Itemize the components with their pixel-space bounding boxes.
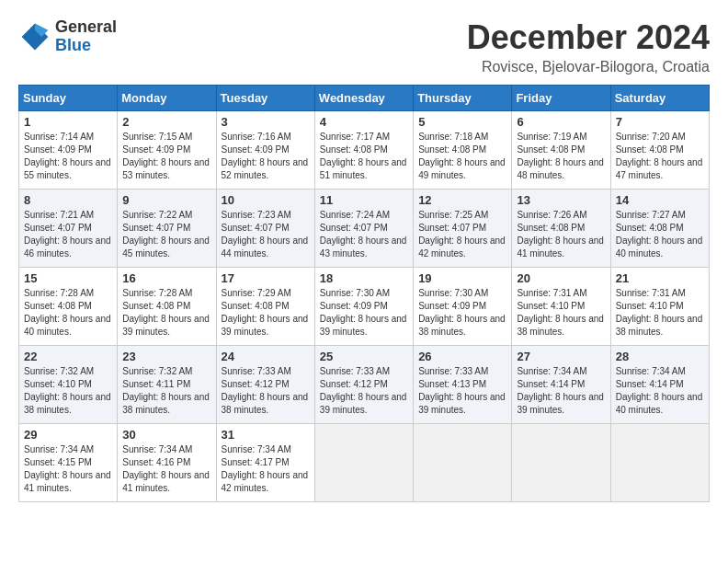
day-number: 3 (222, 115, 310, 129)
calendar-day-4: 4Sunrise: 7:17 AMSunset: 4:08 PMDaylight… (314, 111, 413, 190)
day-info: Sunrise: 7:28 AMSunset: 4:08 PMDaylight:… (122, 287, 210, 339)
calendar-header-row: SundayMondayTuesdayWednesdayThursdayFrid… (19, 86, 710, 111)
empty-cell (512, 424, 610, 502)
day-number: 6 (517, 115, 605, 129)
logo-text: General Blue (55, 18, 117, 55)
day-header-wednesday: Wednesday (314, 86, 413, 111)
location: Rovisce, Bjelovar-Bilogora, Croatia (467, 59, 710, 75)
empty-cell (414, 424, 512, 502)
calendar-day-26: 26Sunrise: 7:33 AMSunset: 4:13 PMDayligh… (414, 346, 512, 424)
day-info: Sunrise: 7:26 AMSunset: 4:08 PMDaylight:… (517, 209, 605, 260)
day-info: Sunrise: 7:21 AMSunset: 4:07 PMDaylight:… (24, 209, 112, 260)
calendar-day-12: 12Sunrise: 7:25 AMSunset: 4:07 PMDayligh… (414, 190, 512, 268)
day-header-tuesday: Tuesday (216, 86, 314, 111)
day-info: Sunrise: 7:30 AMSunset: 4:09 PMDaylight:… (418, 287, 506, 339)
day-number: 17 (222, 271, 310, 285)
logo-general-text: General (55, 18, 117, 37)
day-number: 1 (24, 115, 112, 129)
day-info: Sunrise: 7:18 AMSunset: 4:08 PMDaylight:… (418, 131, 506, 182)
calendar-day-24: 24Sunrise: 7:33 AMSunset: 4:12 PMDayligh… (216, 346, 314, 424)
day-info: Sunrise: 7:34 AMSunset: 4:14 PMDaylight:… (616, 365, 704, 417)
day-number: 5 (418, 115, 506, 129)
calendar-day-23: 23Sunrise: 7:32 AMSunset: 4:11 PMDayligh… (118, 346, 216, 424)
page-header: General Blue December 2024 Rovisce, Bjel… (18, 18, 710, 75)
calendar-day-9: 9Sunrise: 7:22 AMSunset: 4:07 PMDaylight… (118, 190, 216, 268)
day-info: Sunrise: 7:33 AMSunset: 4:13 PMDaylight:… (418, 365, 506, 417)
calendar-day-3: 3Sunrise: 7:16 AMSunset: 4:09 PMDaylight… (216, 111, 314, 190)
day-info: Sunrise: 7:14 AMSunset: 4:09 PMDaylight:… (24, 131, 112, 182)
calendar-week-3: 15Sunrise: 7:28 AMSunset: 4:08 PMDayligh… (19, 268, 710, 346)
calendar-week-2: 8Sunrise: 7:21 AMSunset: 4:07 PMDaylight… (19, 190, 710, 268)
day-number: 16 (122, 271, 210, 285)
day-info: Sunrise: 7:28 AMSunset: 4:08 PMDaylight:… (24, 287, 112, 339)
day-header-saturday: Saturday (610, 86, 709, 111)
calendar-day-6: 6Sunrise: 7:19 AMSunset: 4:08 PMDaylight… (512, 111, 610, 190)
day-info: Sunrise: 7:24 AMSunset: 4:07 PMDaylight:… (320, 209, 408, 260)
day-number: 11 (320, 193, 408, 207)
empty-cell (314, 424, 413, 502)
calendar-day-13: 13Sunrise: 7:26 AMSunset: 4:08 PMDayligh… (512, 190, 610, 268)
day-number: 28 (616, 350, 704, 363)
day-info: Sunrise: 7:22 AMSunset: 4:07 PMDaylight:… (122, 209, 210, 260)
day-number: 2 (122, 115, 210, 129)
day-info: Sunrise: 7:15 AMSunset: 4:09 PMDaylight:… (122, 131, 210, 182)
day-number: 25 (320, 350, 408, 363)
calendar-day-28: 28Sunrise: 7:34 AMSunset: 4:14 PMDayligh… (610, 346, 709, 424)
day-number: 26 (418, 350, 506, 363)
calendar-day-1: 1Sunrise: 7:14 AMSunset: 4:09 PMDaylight… (19, 111, 118, 190)
calendar-day-14: 14Sunrise: 7:27 AMSunset: 4:08 PMDayligh… (610, 190, 709, 268)
calendar-day-20: 20Sunrise: 7:31 AMSunset: 4:10 PMDayligh… (512, 268, 610, 346)
title-area: December 2024 Rovisce, Bjelovar-Bilogora… (467, 18, 710, 75)
calendar-day-15: 15Sunrise: 7:28 AMSunset: 4:08 PMDayligh… (19, 268, 118, 346)
day-header-thursday: Thursday (414, 86, 512, 111)
day-number: 4 (320, 115, 408, 129)
day-info: Sunrise: 7:17 AMSunset: 4:08 PMDaylight:… (320, 131, 408, 182)
day-number: 22 (24, 350, 112, 363)
day-info: Sunrise: 7:27 AMSunset: 4:08 PMDaylight:… (616, 209, 704, 260)
day-info: Sunrise: 7:16 AMSunset: 4:09 PMDaylight:… (222, 131, 310, 182)
calendar-day-30: 30Sunrise: 7:34 AMSunset: 4:16 PMDayligh… (118, 424, 216, 502)
calendar-day-29: 29Sunrise: 7:34 AMSunset: 4:15 PMDayligh… (19, 424, 118, 502)
calendar-day-16: 16Sunrise: 7:28 AMSunset: 4:08 PMDayligh… (118, 268, 216, 346)
logo: General Blue (18, 18, 117, 55)
day-info: Sunrise: 7:19 AMSunset: 4:08 PMDaylight:… (517, 131, 605, 182)
calendar-day-19: 19Sunrise: 7:30 AMSunset: 4:09 PMDayligh… (414, 268, 512, 346)
calendar-day-7: 7Sunrise: 7:20 AMSunset: 4:08 PMDaylight… (610, 111, 709, 190)
day-number: 8 (24, 193, 112, 207)
day-info: Sunrise: 7:31 AMSunset: 4:10 PMDaylight:… (616, 287, 704, 339)
day-info: Sunrise: 7:33 AMSunset: 4:12 PMDaylight:… (222, 365, 310, 417)
calendar-day-11: 11Sunrise: 7:24 AMSunset: 4:07 PMDayligh… (314, 190, 413, 268)
day-number: 9 (122, 193, 210, 207)
calendar-day-5: 5Sunrise: 7:18 AMSunset: 4:08 PMDaylight… (414, 111, 512, 190)
day-number: 30 (122, 428, 210, 442)
day-info: Sunrise: 7:34 AMSunset: 4:17 PMDaylight:… (222, 443, 310, 495)
day-info: Sunrise: 7:32 AMSunset: 4:10 PMDaylight:… (24, 365, 112, 417)
day-number: 24 (222, 350, 310, 363)
calendar-day-21: 21Sunrise: 7:31 AMSunset: 4:10 PMDayligh… (610, 268, 709, 346)
day-number: 31 (222, 428, 310, 442)
day-number: 14 (616, 193, 704, 207)
calendar-day-2: 2Sunrise: 7:15 AMSunset: 4:09 PMDaylight… (118, 111, 216, 190)
day-info: Sunrise: 7:33 AMSunset: 4:12 PMDaylight:… (320, 365, 408, 417)
calendar-day-8: 8Sunrise: 7:21 AMSunset: 4:07 PMDaylight… (19, 190, 118, 268)
day-number: 27 (517, 350, 605, 363)
month-title: December 2024 (467, 18, 710, 57)
day-number: 7 (616, 115, 704, 129)
day-info: Sunrise: 7:23 AMSunset: 4:07 PMDaylight:… (222, 209, 310, 260)
day-number: 12 (418, 193, 506, 207)
day-info: Sunrise: 7:34 AMSunset: 4:16 PMDaylight:… (122, 443, 210, 495)
day-info: Sunrise: 7:30 AMSunset: 4:09 PMDaylight:… (320, 287, 408, 339)
calendar-day-10: 10Sunrise: 7:23 AMSunset: 4:07 PMDayligh… (216, 190, 314, 268)
day-info: Sunrise: 7:31 AMSunset: 4:10 PMDaylight:… (517, 287, 605, 339)
calendar-table: SundayMondayTuesdayWednesdayThursdayFrid… (18, 85, 710, 502)
calendar-week-4: 22Sunrise: 7:32 AMSunset: 4:10 PMDayligh… (19, 346, 710, 424)
day-header-friday: Friday (512, 86, 610, 111)
day-info: Sunrise: 7:25 AMSunset: 4:07 PMDaylight:… (418, 209, 506, 260)
calendar-week-1: 1Sunrise: 7:14 AMSunset: 4:09 PMDaylight… (19, 111, 710, 190)
day-number: 18 (320, 271, 408, 285)
calendar-week-5: 29Sunrise: 7:34 AMSunset: 4:15 PMDayligh… (19, 424, 710, 502)
day-header-monday: Monday (118, 86, 216, 111)
day-info: Sunrise: 7:34 AMSunset: 4:14 PMDaylight:… (517, 365, 605, 417)
logo-icon (18, 20, 51, 53)
day-number: 29 (24, 428, 112, 442)
